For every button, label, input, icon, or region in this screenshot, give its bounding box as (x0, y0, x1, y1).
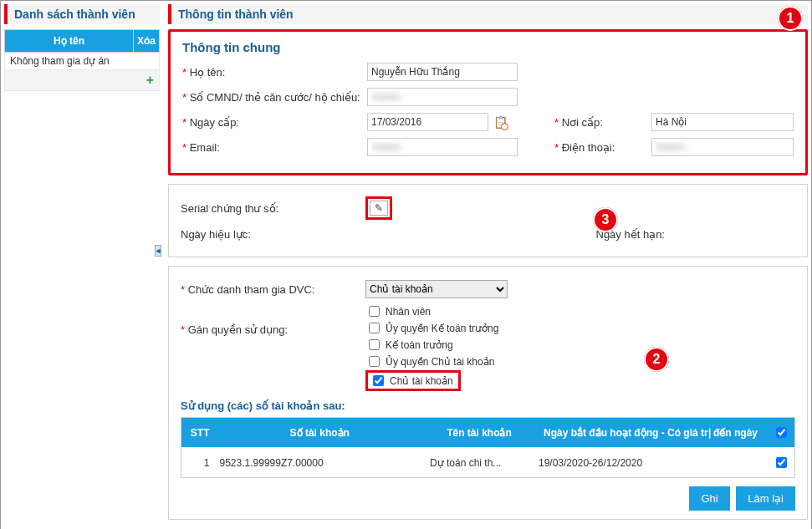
annotation-badge-2: 2 (644, 347, 669, 372)
fullname-input[interactable] (367, 63, 518, 81)
member-table: Họ tên Xóa Không tham gia dự án + (4, 29, 160, 91)
fullname-label: Họ tên: (182, 66, 362, 79)
issue-date-input[interactable] (367, 113, 488, 131)
annotation-badge-1: 1 (778, 6, 803, 31)
acct-check-all[interactable] (776, 427, 787, 438)
general-info-heading: Thông tin chung (182, 40, 794, 54)
perm-item[interactable]: Kế toán trưởng (365, 337, 498, 353)
general-info-section: Thông tin chung Họ tên: Số CMND/ thẻ căn… (168, 29, 808, 175)
cert-select-highlight: ✎ (365, 196, 392, 220)
role-section: Chức danh tham gia DVC: Chủ tài khoản Gá… (168, 266, 808, 520)
role-title-label: Chức danh tham gia DVC: (181, 283, 360, 296)
cert-effective-label: Ngày hiệu lực: (181, 228, 360, 241)
accounts-table: STT Số tài khoản Tên tài khoản Ngày bắt … (181, 417, 795, 478)
perm-highlight: Chủ tài khoản (365, 370, 461, 391)
acct-cell-name: Dự toán chi th... (425, 448, 534, 478)
pen-icon[interactable]: ✎ (370, 201, 388, 216)
acct-col-check (768, 418, 795, 448)
perm-label: Gán quyền sử dụng: (181, 303, 360, 336)
save-button[interactable]: Ghi (689, 486, 729, 511)
email-input[interactable] (367, 138, 518, 156)
perm-item[interactable]: Ủy quyền Kế toán trưởng (365, 320, 498, 336)
table-row: + (5, 70, 160, 91)
calendar-icon[interactable]: 📋 (493, 115, 507, 129)
table-row: 1 9523.1.99999Z7.00000 Dự toán chi th...… (181, 448, 795, 478)
idno-input[interactable] (367, 88, 518, 106)
acct-cell-number: 9523.1.99999Z7.00000 (215, 448, 426, 478)
member-col-delete: Xóa (133, 30, 159, 53)
plus-icon[interactable]: + (146, 73, 154, 87)
acct-cell-stt: 1 (181, 448, 215, 478)
perm-checkbox[interactable] (369, 339, 380, 350)
acct-col-stt: STT (181, 418, 215, 448)
acct-col-number: Số tài khoản (215, 418, 426, 448)
perm-checkbox[interactable] (369, 306, 380, 317)
email-label: Email: (182, 141, 362, 154)
acct-col-name: Tên tài khoản (425, 418, 534, 448)
accounts-heading: Sử dụng (các) số tài khoản sau: (181, 399, 795, 412)
member-col-name: Họ tên (5, 30, 134, 53)
idno-label: Số CMND/ thẻ căn cước/ hộ chiếu: (182, 91, 362, 104)
phone-input[interactable] (651, 138, 794, 156)
certificate-section: Serial chứng thư số: ✎ Ngày hiệu lực: Ng… (168, 184, 808, 257)
phone-label: Điện thoại: (554, 141, 646, 154)
member-empty-text: Không tham gia dự án (5, 53, 160, 70)
reset-button[interactable]: Làm lại (736, 486, 795, 511)
issue-place-label: Nơi cấp: (554, 116, 646, 129)
role-select[interactable]: Chủ tài khoản (365, 280, 508, 298)
perm-checkbox[interactable] (369, 323, 380, 333)
perm-item[interactable]: Nhân viên (365, 303, 498, 319)
issue-place-input[interactable] (651, 113, 794, 131)
collapse-handle[interactable]: ◄ (155, 245, 161, 257)
perm-item[interactable]: Chủ tài khoản (370, 373, 453, 389)
member-list-title: Danh sách thành viên (4, 4, 160, 24)
perm-checkbox[interactable] (369, 356, 380, 367)
permission-list: Nhân viên Ủy quyền Kế toán trưởng Kế toá… (365, 303, 498, 391)
annotation-badge-3: 3 (593, 207, 618, 232)
member-info-title: Thông tin thành viên (168, 4, 808, 24)
issue-date-label: Ngày cấp: (182, 116, 362, 129)
perm-checkbox[interactable] (373, 375, 384, 386)
acct-row-checkbox[interactable] (776, 457, 787, 468)
acct-col-period: Ngày bắt đầu hoạt động - Có giá trị đến … (534, 418, 768, 448)
cert-serial-label: Serial chứng thư số: (181, 202, 360, 215)
perm-item[interactable]: Ủy quyền Chủ tài khoản (365, 354, 498, 369)
acct-cell-period: 19/03/2020-26/12/2020 (534, 448, 768, 478)
table-row: Không tham gia dự án (5, 53, 160, 70)
